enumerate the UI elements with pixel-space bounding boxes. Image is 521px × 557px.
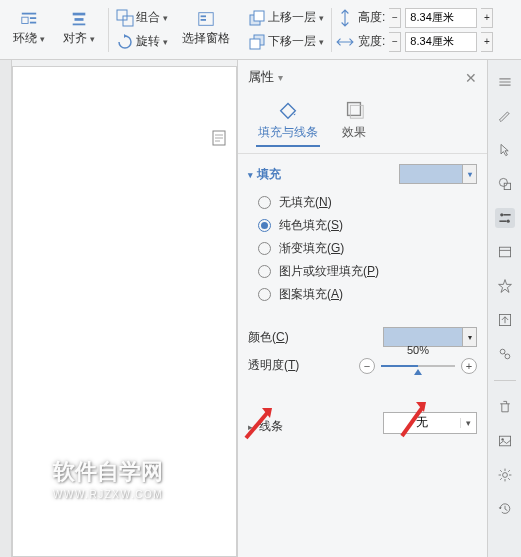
radio-solid-fill[interactable]: 纯色填充(S) — [258, 217, 477, 234]
slider-fill — [381, 365, 418, 367]
group-button[interactable]: 组合▾ — [113, 7, 171, 29]
width-label: 宽度: — [358, 33, 385, 50]
history-icon[interactable] — [495, 499, 515, 519]
svg-rect-23 — [499, 247, 510, 257]
radio-checked-icon — [258, 219, 271, 232]
opacity-control: − 50% + — [359, 358, 477, 374]
cursor-icon[interactable] — [495, 140, 515, 160]
svg-point-28 — [501, 438, 503, 440]
svg-rect-13 — [254, 11, 264, 21]
radio-gradient-fill[interactable]: 渐变填充(G) — [258, 240, 477, 257]
svg-rect-27 — [499, 436, 510, 446]
chevron-down-icon: ▾ — [319, 37, 324, 47]
group-icon — [116, 9, 134, 27]
forward-icon — [248, 9, 266, 27]
backward-icon — [248, 33, 266, 51]
watermark-url: WWW.RJZXW.COM — [53, 489, 163, 500]
fill-section-header[interactable]: ▾填充 ▾ — [248, 164, 477, 184]
canvas-area: 软件自学网 WWW.RJZXW.COM — [0, 60, 237, 557]
radio-icon — [258, 265, 271, 278]
pencil-icon[interactable] — [495, 106, 515, 126]
opacity-value: 50% — [407, 344, 429, 356]
chevron-down-icon[interactable]: ▾ — [462, 328, 476, 346]
opacity-increment[interactable]: + — [461, 358, 477, 374]
layers-icon[interactable] — [495, 242, 515, 262]
triangle-down-icon: ▾ — [248, 170, 253, 180]
ruler-margin — [0, 60, 12, 557]
line-section-header[interactable]: ▸ 线条 — [248, 418, 283, 435]
properties-panel: 属性▾ ✕ 填充与线条 效果 ▾填充 ▾ 无填充(N) 纯色填充(S) 渐变填充… — [237, 60, 487, 557]
svg-point-29 — [502, 473, 507, 478]
height-label: 高度: — [358, 9, 385, 26]
document-canvas[interactable]: 软件自学网 WWW.RJZXW.COM — [12, 66, 237, 557]
svg-rect-6 — [73, 24, 86, 26]
align-button[interactable]: 对齐▾ — [60, 28, 98, 49]
chevron-down-icon: ▾ — [319, 13, 324, 23]
send-backward-button[interactable]: 下移一层▾ — [245, 31, 327, 53]
image-icon[interactable] — [495, 431, 515, 451]
share-icon[interactable] — [495, 310, 515, 330]
chevron-down-icon: ▾ — [90, 34, 95, 44]
chevron-down-icon[interactable]: ▾ — [462, 165, 476, 183]
chevron-down-icon[interactable]: ▾ — [460, 418, 476, 428]
radio-picture-fill[interactable]: 图片或纹理填充(P) — [258, 263, 477, 280]
star-icon[interactable] — [495, 276, 515, 296]
radio-no-fill[interactable]: 无填充(N) — [258, 194, 477, 211]
height-icon — [336, 9, 354, 27]
settings-icon[interactable] — [495, 208, 515, 228]
color-picker[interactable]: ▾ — [383, 327, 477, 347]
svg-rect-5 — [75, 18, 84, 21]
rotate-button[interactable]: 旋转▾ — [113, 31, 171, 53]
select-pane-icon — [197, 10, 215, 28]
main-area: 软件自学网 WWW.RJZXW.COM 属性▾ ✕ 填充与线条 效果 ▾填充 ▾ — [0, 60, 521, 557]
menu-icon[interactable] — [495, 72, 515, 92]
opacity-decrement[interactable]: − — [359, 358, 375, 374]
gear-icon[interactable] — [495, 465, 515, 485]
panel-tabs: 填充与线条 效果 — [256, 94, 477, 147]
svg-rect-15 — [250, 39, 260, 49]
divider — [331, 8, 332, 52]
height-input[interactable] — [405, 8, 477, 28]
opacity-slider[interactable]: 50% — [381, 358, 455, 374]
rotate-icon — [116, 33, 134, 51]
svg-point-22 — [506, 220, 509, 223]
svg-point-21 — [500, 213, 503, 216]
width-input[interactable] — [405, 32, 477, 52]
svg-rect-17 — [348, 103, 361, 116]
bring-forward-button[interactable]: 上移一层▾ — [245, 7, 327, 29]
svg-rect-4 — [73, 13, 86, 16]
width-decrement[interactable]: − — [389, 32, 401, 52]
line-value: 无 — [384, 414, 460, 431]
svg-rect-7 — [117, 10, 127, 20]
close-icon[interactable]: ✕ — [465, 70, 477, 86]
divider — [238, 153, 487, 154]
svg-rect-2 — [30, 17, 36, 19]
select-pane-button[interactable]: 选择窗格 — [179, 28, 233, 49]
tab-fill-line[interactable]: 填充与线条 — [256, 94, 320, 147]
fill-color-swatch[interactable]: ▾ — [399, 164, 477, 184]
chevron-down-icon: ▾ — [40, 34, 45, 44]
wrap-button[interactable]: 环绕▾ — [10, 28, 48, 49]
svg-rect-3 — [30, 22, 36, 24]
triangle-right-icon: ▸ — [248, 422, 253, 432]
chevron-down-icon: ▾ — [163, 13, 168, 23]
line-select[interactable]: 无 ▾ — [383, 412, 477, 434]
trash-icon[interactable] — [495, 397, 515, 417]
svg-rect-11 — [201, 19, 206, 21]
link-icon[interactable] — [495, 344, 515, 364]
radio-icon — [258, 196, 271, 209]
radio-icon — [258, 288, 271, 301]
height-increment[interactable]: + — [481, 8, 493, 28]
chevron-down-icon: ▾ — [163, 37, 168, 47]
slider-thumb[interactable] — [414, 369, 422, 375]
width-increment[interactable]: + — [481, 32, 493, 52]
height-decrement[interactable]: − — [389, 8, 401, 28]
page-icon — [212, 130, 226, 146]
opacity-label: 透明度(T) — [248, 357, 299, 374]
swatch-color — [400, 165, 462, 183]
svg-rect-8 — [123, 16, 133, 26]
shape-icon[interactable] — [495, 174, 515, 194]
right-toolbar — [487, 60, 521, 557]
tab-effect[interactable]: 效果 — [340, 94, 368, 145]
radio-pattern-fill[interactable]: 图案填充(A) — [258, 286, 477, 303]
